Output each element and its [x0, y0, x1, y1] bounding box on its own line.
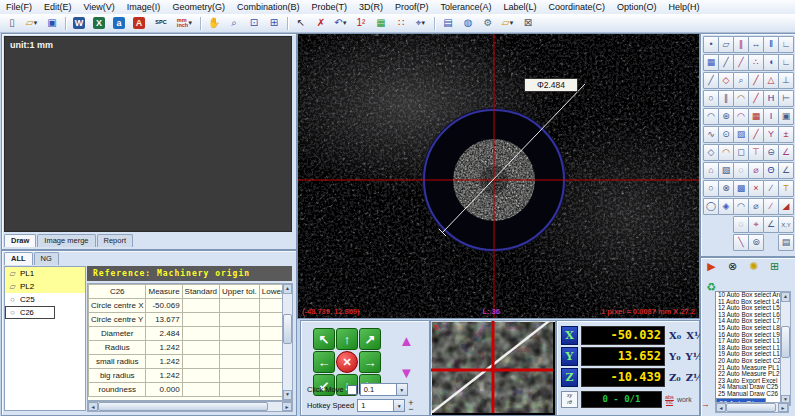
feature-item-pl2[interactable]: ▱PL2	[5, 280, 85, 293]
tool-focus-area[interactable]: ⌕	[733, 72, 749, 89]
tool-hatch-lines[interactable]: ∥	[718, 90, 734, 107]
tool-hatch-region[interactable]: ▧	[718, 162, 734, 179]
export-word-icon[interactable]: W	[70, 15, 88, 32]
run-program-icon[interactable]: ▶	[705, 260, 718, 273]
abs-inc-toggle[interactable]: abs inc	[665, 395, 674, 405]
menu-item-edit[interactable]: Edit(E)	[38, 0, 78, 14]
array-icon[interactable]: ∷	[392, 15, 410, 32]
tool-fill-triangle[interactable]: ◢	[778, 198, 794, 215]
menu-item-probe[interactable]: Probe(T)	[305, 0, 353, 14]
tool-diamond-pattern[interactable]: ◈	[718, 198, 734, 215]
tool-branch[interactable]: Y	[763, 126, 779, 143]
speed-minus-button[interactable]: −	[408, 406, 413, 412]
grid-icon[interactable]: ▦	[372, 15, 390, 32]
tool-circle-points[interactable]: ⊙	[718, 126, 734, 143]
tool-distance[interactable]: ↔	[748, 36, 764, 53]
tool-slope[interactable]: ∕	[763, 180, 779, 197]
jog-left-button[interactable]: ←	[313, 351, 335, 373]
tool-intersect[interactable]: ×	[748, 180, 764, 197]
tool-vector-line[interactable]: ╱	[748, 72, 764, 89]
settings-icon[interactable]: ⚙	[479, 15, 497, 32]
jog-up-button[interactable]: ↑	[336, 328, 358, 350]
undo-icon[interactable]: ↶▼	[332, 15, 350, 32]
tool-slope-2[interactable]: ∕	[763, 198, 779, 215]
tool-region-select[interactable]: ▨	[733, 126, 749, 143]
tool-perpendicular[interactable]: ⊥	[778, 72, 794, 89]
tool-datum[interactable]: ⊢	[778, 90, 794, 107]
tool-select-circle[interactable]: ◌	[733, 162, 749, 179]
tool-ellipse[interactable]: ○	[703, 180, 719, 197]
tool-diamond[interactable]: ◇	[718, 72, 734, 89]
z-down-button[interactable]: ▼	[399, 365, 414, 380]
export-excel-icon[interactable]: X	[90, 15, 108, 32]
tile-view-icon[interactable]: ⊞	[768, 260, 781, 273]
zoom-region-icon[interactable]: ⊡	[245, 15, 263, 32]
jog-up-right-button[interactable]: ↗	[359, 328, 381, 350]
tool-ray[interactable]: ╱	[748, 90, 764, 107]
tool-locate[interactable]: ⌖	[748, 216, 764, 233]
chevron-down-icon[interactable]: ▼	[393, 400, 404, 411]
tool-box-measure[interactable]: ▣	[778, 108, 794, 125]
tool-point[interactable]: •	[703, 36, 719, 53]
tab-image-merge[interactable]: Image merge	[37, 234, 95, 247]
tab-draw[interactable]: Draw	[4, 234, 36, 247]
tool-polygon-4[interactable]: ◇	[703, 144, 719, 161]
pan-hand-icon[interactable]: ✋	[205, 15, 223, 32]
stop-program-icon[interactable]: ⊗	[726, 260, 739, 273]
tab-all[interactable]: ALL	[4, 252, 33, 265]
globe-icon[interactable]: ◍	[459, 15, 477, 32]
feature-item-pl1[interactable]: ▱PL1	[5, 267, 85, 280]
new-step-icon[interactable]: ✺	[747, 260, 760, 273]
chevron-down-icon[interactable]: ▼	[508, 20, 514, 26]
tool-select-arc[interactable]: ◠	[733, 198, 749, 215]
tool-select-rect[interactable]: ◻	[733, 144, 749, 161]
tool-circle-gear[interactable]: ⊛	[718, 108, 734, 125]
polar-toggle-button[interactable]: xy rθ	[561, 391, 578, 408]
tool-corner[interactable]: ∟	[778, 36, 794, 53]
tool-line[interactable]: ╱	[703, 72, 719, 89]
steps-hscrollbar[interactable]: ◄ ►	[715, 402, 789, 413]
tool-diameter-2[interactable]: ⌀	[748, 198, 764, 215]
tool-point-grid[interactable]: ▦	[703, 54, 719, 71]
chevron-down-icon[interactable]: ▼	[342, 20, 348, 26]
tool-point-set[interactable]: ∴	[748, 54, 764, 71]
axis-zero-button-y[interactable]: Y₀	[668, 351, 682, 362]
crosshair-icon[interactable]: ⌖▼	[412, 15, 430, 32]
feature-item-c25[interactable]: ○C25	[5, 293, 85, 306]
jog-right-button[interactable]: →	[359, 351, 381, 373]
chevron-down-icon[interactable]: ▼	[396, 384, 407, 395]
tool-circle[interactable]: ○	[703, 90, 719, 107]
click-move-checkbox[interactable]	[347, 385, 357, 395]
axis-zero-button-x[interactable]: X₀	[668, 330, 682, 341]
chevron-down-icon[interactable]: ▼	[187, 20, 193, 26]
tool-step-corner[interactable]: ∟	[778, 54, 794, 71]
save-icon[interactable]: ▣	[43, 15, 61, 32]
menu-item-image[interactable]: Image(I)	[121, 0, 167, 14]
tool-oval[interactable]: ◯	[703, 198, 719, 215]
new-file-icon[interactable]: ▯	[3, 15, 21, 32]
menu-item-label[interactable]: Label(L)	[497, 0, 542, 14]
hotkey-speed-select[interactable]: 1▼	[357, 399, 405, 412]
tool-select-line[interactable]: ╲	[733, 234, 749, 251]
close-view-icon[interactable]: ⊠	[519, 15, 537, 32]
delete-icon[interactable]: ✗	[312, 15, 330, 32]
axis-zero-button-z[interactable]: Z₀	[668, 372, 682, 383]
program-open-icon[interactable]: ▱▼	[499, 15, 517, 32]
tool-locate-2[interactable]: ⊚	[748, 234, 764, 251]
z-up-button[interactable]: ▲	[399, 333, 414, 348]
select-cursor-icon[interactable]: ↖	[292, 15, 310, 32]
video-panel[interactable]: Φ2.484 (-48.739, 12.869) L: 36 1 pixel =…	[297, 33, 700, 319]
tool-line-free[interactable]: ╱	[733, 54, 749, 71]
steps-vscrollbar[interactable]: ▲ ▼	[780, 291, 791, 406]
tool-width[interactable]: I	[763, 108, 779, 125]
zoom-icon[interactable]: ⌕	[225, 15, 243, 32]
tool-theta[interactable]: Θ	[763, 162, 779, 179]
tool-dot-matrix[interactable]: ▦	[748, 108, 764, 125]
table-hscrollbar[interactable]: ◄ ►	[87, 401, 293, 412]
tool-arc-small[interactable]: ◠	[733, 90, 749, 107]
menu-item-combination[interactable]: Combination(B)	[231, 0, 306, 14]
tool-sphere[interactable]: ◖	[763, 54, 779, 71]
tool-angle-2[interactable]: ∠	[778, 162, 794, 179]
tool-line-2pt[interactable]: ╱	[718, 54, 734, 71]
export-pdf-icon[interactable]: A	[130, 15, 148, 32]
